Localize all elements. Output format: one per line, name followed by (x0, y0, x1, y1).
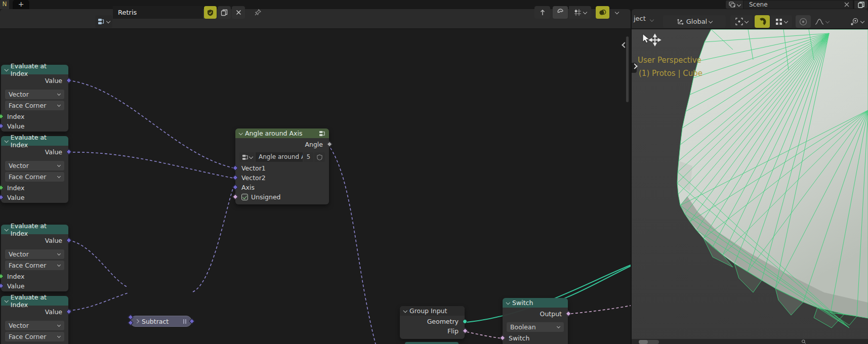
duplicate-tree-button[interactable] (218, 6, 231, 19)
evaluate-at-index-node-1[interactable]: Evaluate at Index Value Vector Face Corn… (1, 65, 68, 132)
show-gizmo-dropdown[interactable] (846, 15, 867, 28)
value-input-socket[interactable] (0, 194, 4, 200)
domain-dropdown[interactable]: Face Corner (5, 101, 64, 110)
switch-node[interactable]: Switch Output Boolean Switch (503, 298, 568, 344)
data-type-dropdown[interactable]: Vector (5, 161, 64, 170)
collapse-chevron-icon[interactable] (5, 139, 8, 143)
overlays-toggle[interactable] (596, 6, 609, 19)
group-name-field[interactable]: Angle around A... (256, 152, 303, 162)
node-header[interactable]: Group Input (400, 306, 465, 316)
index-input-socket[interactable] (0, 113, 4, 119)
collapse-chevron-icon[interactable] (5, 68, 8, 71)
node-header[interactable]: Evaluate at Index (1, 225, 68, 234)
node-tree-name-field[interactable]: Retris (113, 6, 203, 19)
pin-toggle[interactable] (252, 6, 263, 19)
mode-dropdown-partial[interactable]: ject (634, 15, 646, 22)
data-type-dropdown[interactable]: Vector (5, 90, 64, 99)
group-datablock-row: Angle around A... 5 (239, 152, 325, 162)
group-fake-user-toggle[interactable] (314, 152, 325, 162)
fake-user-toggle[interactable] (204, 6, 217, 19)
snap-toggle[interactable] (553, 6, 568, 19)
angle-around-axis-node[interactable]: Angle around Axis Angle (235, 128, 329, 204)
input-value-row: Value (1, 121, 68, 131)
chevron-down-icon (557, 325, 560, 329)
node-tree-icon (242, 154, 249, 160)
scene-unlink-button[interactable] (841, 1, 852, 9)
magnifier-icon[interactable] (801, 339, 807, 344)
value-input-socket[interactable] (0, 283, 4, 288)
chevron-down-icon (737, 3, 740, 7)
output-label: Angle (305, 141, 323, 148)
workspace-tab[interactable]: N (0, 0, 9, 9)
collapse-chevron-icon[interactable] (403, 309, 407, 313)
expand-region-arrow[interactable] (632, 63, 637, 73)
node-editor-scrollbar[interactable] (626, 36, 629, 102)
group-user-count-button[interactable]: 5 (304, 152, 313, 162)
proportional-circle-icon (799, 18, 807, 26)
domain-dropdown[interactable]: Face Corner (5, 261, 64, 270)
viewport-3d[interactable]: User Perspective (1) Protos | Cube (632, 29, 868, 344)
overlays-dropdown[interactable] (610, 6, 623, 19)
collapse-chevron-icon[interactable] (506, 301, 510, 305)
snap-with-dropdown[interactable] (771, 15, 792, 28)
transform-orientation-dropdown[interactable]: Global (663, 15, 726, 28)
close-icon (236, 10, 241, 15)
pivot-point-dropdown[interactable] (730, 15, 753, 28)
node-header[interactable]: Evaluate at Index (1, 296, 68, 306)
index-input-socket[interactable] (0, 185, 4, 190)
close-icon (844, 2, 849, 7)
copy-icon (858, 2, 864, 8)
magnet-icon (557, 9, 564, 16)
scene-name-field[interactable]: Scene (743, 1, 853, 9)
falloff-dropdown[interactable] (811, 15, 833, 28)
switch-type-dropdown[interactable]: Boolean (507, 322, 564, 332)
scene-icon (729, 2, 736, 8)
evaluate-at-index-node-3[interactable]: Evaluate at Index Value Vector Face Corn… (1, 225, 68, 291)
output-angle-row: Angle (235, 140, 329, 149)
proportional-editing-toggle[interactable] (796, 15, 811, 28)
node-header[interactable]: Evaluate at Index (1, 136, 68, 146)
group-input-node[interactable]: Group Input Geometry Flip (400, 306, 465, 339)
collapse-chevron-icon[interactable] (5, 228, 8, 231)
chevron-down-icon (57, 335, 61, 338)
partial-node-header[interactable] (405, 342, 459, 344)
scene-select-button[interactable] (726, 1, 743, 9)
subtract-node[interactable]: Subtract (130, 316, 192, 327)
unlink-tree-button[interactable] (232, 6, 245, 19)
evaluate-at-index-node-4[interactable]: Evaluate at Index Value Vector Face Corn… (1, 296, 68, 344)
shield-icon (317, 154, 322, 160)
node-title: Switch (512, 299, 533, 307)
domain-dropdown[interactable]: Face Corner (5, 172, 64, 182)
chevron-down-icon (57, 104, 61, 107)
data-type-dropdown[interactable]: Vector (5, 321, 64, 330)
evaluate-at-index-node-2[interactable]: Evaluate at Index Value Vector Face Corn… (1, 136, 68, 203)
snap-target-dropdown[interactable] (569, 6, 591, 19)
chevron-down-icon (106, 20, 110, 23)
node-header[interactable]: Evaluate at Index (1, 65, 68, 74)
new-scene-button[interactable] (854, 1, 867, 9)
node-header[interactable]: Angle around Axis (235, 128, 329, 138)
go-to-parent-tree-button[interactable] (534, 6, 550, 19)
node-editor-canvas[interactable]: Evaluate at Index Value Vector Face Corn… (0, 29, 631, 344)
collapse-region-arrow[interactable] (622, 41, 626, 49)
add-workspace-button[interactable]: + (13, 0, 29, 9)
editor-divider[interactable] (631, 9, 632, 344)
node-header[interactable]: Switch (503, 298, 568, 308)
collapse-chevron-icon[interactable] (5, 299, 8, 303)
chevron-down-icon (825, 20, 829, 23)
geometry-output-socket[interactable] (463, 319, 467, 324)
group-tree-select-button[interactable] (239, 152, 255, 162)
node-tree-select-button[interactable] (95, 15, 112, 28)
index-input-socket[interactable] (0, 273, 4, 279)
footer-toggle[interactable] (639, 340, 659, 344)
unsigned-checkbox[interactable] (241, 194, 248, 200)
gizmo-icon (850, 18, 859, 25)
expand-chevron-icon[interactable] (136, 320, 139, 323)
output-value-row: Value (1, 76, 68, 85)
input-axis-row: Axis (235, 183, 329, 192)
value-input-socket[interactable] (0, 123, 4, 128)
domain-dropdown[interactable]: Face Corner (5, 332, 64, 341)
data-type-dropdown[interactable]: Vector (5, 249, 64, 259)
snap-toggle[interactable] (755, 15, 770, 28)
collapse-chevron-icon[interactable] (239, 132, 242, 135)
